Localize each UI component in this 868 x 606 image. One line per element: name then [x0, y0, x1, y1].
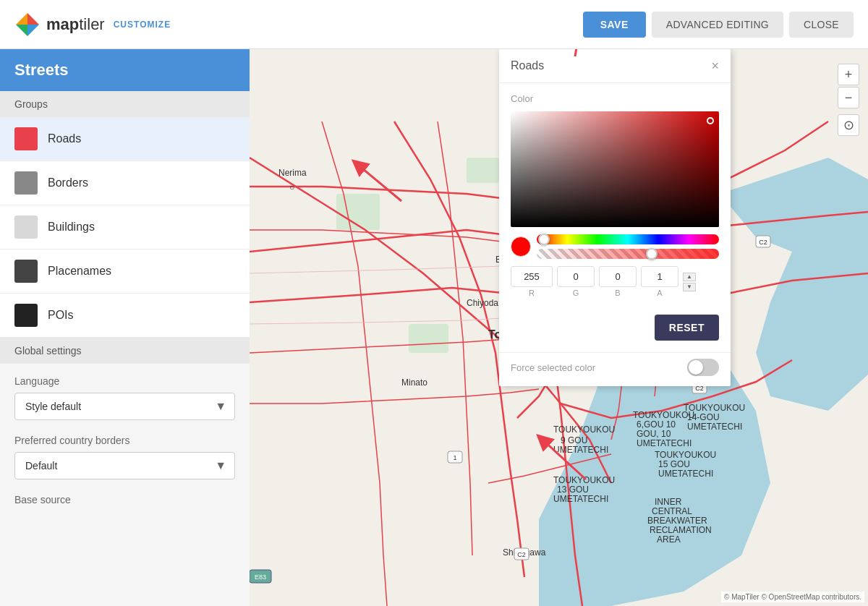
panel-close-button[interactable]: × — [711, 59, 719, 72]
map-copyright: © MapTiler © OpenStreetMap contributors. — [721, 592, 864, 602]
g-input-group: G — [557, 266, 595, 297]
main-layout: Streets Groups Roads Borders Buildings P… — [0, 49, 868, 606]
svg-text:C2: C2 — [759, 239, 767, 246]
roads-label: Roads — [48, 132, 81, 145]
svg-text:TOUKYOUKOU: TOUKYOUKOU — [553, 475, 615, 485]
svg-text:9 GOU: 9 GOU — [561, 435, 587, 445]
color-label: Color — [511, 93, 719, 104]
svg-text:15 GOU: 15 GOU — [658, 459, 690, 469]
svg-text:TOUKYOUKOU: TOUKYOUKOU — [684, 403, 745, 413]
borders-dropdown[interactable]: Default None Custom — [14, 452, 235, 479]
language-label: Language — [14, 375, 235, 387]
svg-text:TOUKYOUKOU: TOUKYOUKOU — [655, 450, 716, 460]
compass-button[interactable]: ⊙ — [838, 114, 859, 136]
group-item-buildings[interactable]: Buildings — [0, 205, 250, 249]
language-dropdown-wrapper: Style default English Japanese Chinese ▼ — [14, 393, 235, 420]
svg-text:E83: E83 — [255, 573, 266, 581]
hue-slider-thumb[interactable] — [538, 234, 550, 245]
settings-section: Language Style default English Japanese … — [0, 364, 250, 523]
base-source-label: Base source — [14, 494, 235, 505]
svg-text:○: ○ — [289, 182, 294, 192]
roads-color-swatch — [14, 127, 38, 150]
svg-text:6,GOU 10: 6,GOU 10 — [637, 419, 676, 430]
svg-rect-4 — [467, 158, 499, 183]
force-color-toggle[interactable] — [687, 359, 719, 376]
svg-text:Nerima: Nerima — [278, 168, 307, 178]
svg-text:GOU, 10: GOU, 10 — [637, 429, 671, 439]
opacity-slider-fill — [537, 249, 719, 259]
close-button[interactable]: CLOSE — [789, 12, 854, 38]
svg-text:1: 1 — [453, 454, 456, 461]
r-input-group: R — [511, 266, 553, 297]
header-buttons: SAVE ADVANCED EDITING CLOSE — [583, 12, 854, 38]
borders-label: Borders — [48, 176, 88, 189]
hue-slider-row — [511, 234, 719, 259]
svg-rect-5 — [409, 324, 448, 353]
placenames-label: Placenames — [48, 265, 111, 278]
save-button[interactable]: SAVE — [583, 12, 646, 38]
svg-text:13 GOU: 13 GOU — [557, 485, 589, 495]
borders-label-text: Preferred country borders — [14, 435, 235, 446]
r-label: R — [529, 289, 535, 297]
opacity-slider-thumb[interactable] — [646, 248, 658, 260]
logo-icon — [14, 12, 41, 38]
value-up-button[interactable]: ▲ — [683, 273, 696, 281]
group-item-borders[interactable]: Borders — [0, 161, 250, 205]
opacity-slider[interactable] — [537, 249, 719, 259]
pois-color-swatch — [14, 304, 38, 327]
groups-section-header: Groups — [0, 91, 250, 117]
reset-button[interactable]: RESET — [655, 315, 719, 341]
panel-header: Roads × — [499, 49, 731, 83]
color-gradient-picker[interactable] — [511, 111, 719, 227]
sidebar: Streets Groups Roads Borders Buildings P… — [0, 49, 250, 606]
svg-text:CENTRAL: CENTRAL — [652, 506, 692, 516]
g-input[interactable] — [557, 266, 595, 287]
svg-text:INNER: INNER — [655, 497, 682, 507]
group-item-pois[interactable]: POIs — [0, 294, 250, 338]
b-label: B — [615, 289, 620, 297]
placenames-color-swatch — [14, 260, 38, 283]
value-down-button[interactable]: ▼ — [683, 283, 696, 291]
color-swatch-preview — [511, 236, 531, 257]
color-section: Color — [499, 83, 731, 307]
zoom-out-button[interactable]: − — [838, 87, 859, 108]
borders-color-swatch — [14, 171, 38, 195]
svg-text:AREA: AREA — [657, 534, 681, 545]
zoom-in-button[interactable]: + — [838, 64, 859, 85]
rgba-arrows: ▲ ▼ — [683, 273, 696, 291]
r-input[interactable] — [511, 266, 553, 287]
header: maptiler CUSTOMIZE SAVE ADVANCED EDITING… — [0, 0, 868, 49]
b-input[interactable] — [599, 266, 637, 287]
rgba-inputs: R G B A ▲ ▼ — [511, 266, 719, 297]
buildings-color-swatch — [14, 215, 38, 239]
pois-label: POIs — [48, 309, 74, 322]
g-label: G — [573, 289, 579, 297]
svg-text:Chiyoda: Chiyoda — [467, 298, 498, 308]
svg-text:UMETATECHI: UMETATECHI — [637, 438, 692, 448]
map-area[interactable]: Nerima ○ Arakawa Taito Bunkyo Sumida Chi… — [250, 49, 868, 606]
b-input-group: B — [599, 266, 637, 297]
svg-text:TOUKYOUKOU: TOUKYOUKOU — [553, 424, 615, 435]
global-settings-header: Global settings — [0, 338, 250, 364]
buildings-label: Buildings — [48, 221, 95, 234]
hue-slider[interactable] — [537, 234, 719, 244]
group-item-roads[interactable]: Roads — [0, 117, 250, 161]
group-item-placenames[interactable]: Placenames — [0, 249, 250, 294]
svg-text:RECLAMATION: RECLAMATION — [650, 525, 712, 535]
a-input-group: A — [641, 266, 678, 297]
a-label: A — [657, 289, 662, 297]
force-color-label: Force selected color — [511, 362, 595, 373]
logo-text: maptiler — [46, 15, 105, 34]
a-input[interactable] — [641, 266, 678, 287]
advanced-editing-button[interactable]: ADVANCED EDITING — [652, 12, 783, 38]
svg-text:BREAKWATER: BREAKWATER — [647, 516, 707, 526]
map-controls: + − ⊙ — [838, 64, 859, 136]
language-dropdown[interactable]: Style default English Japanese Chinese — [14, 393, 235, 420]
borders-dropdown-wrapper: Default None Custom ▼ — [14, 452, 235, 479]
logo-customize-label: CUSTOMIZE — [114, 20, 171, 30]
svg-text:UMETATECHI: UMETATECHI — [687, 422, 742, 432]
svg-text:Minato: Minato — [401, 377, 427, 388]
svg-text:UMETATECHI: UMETATECHI — [553, 445, 608, 455]
svg-text:UMETATECHI: UMETATECHI — [553, 494, 608, 504]
color-picker-panel: Roads × Color — [499, 49, 731, 386]
